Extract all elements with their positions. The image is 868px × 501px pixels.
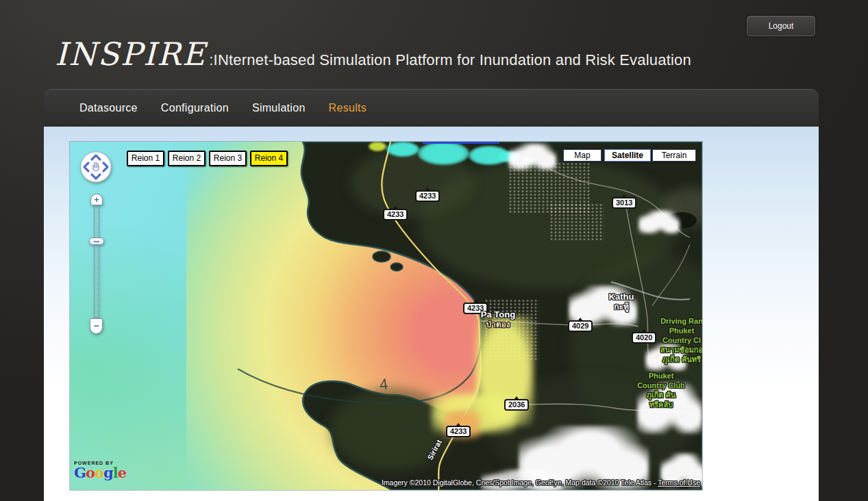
- attribution-text: Imagery ©2010 DigitalGlobe, Cnes/Spot Im…: [382, 478, 658, 487]
- place-label-kathu: Kathu กะทู้: [597, 292, 645, 312]
- google-letter: e: [118, 464, 126, 481]
- google-wordmark: Google: [74, 465, 126, 480]
- zoom-slider-track[interactable]: [94, 205, 99, 318]
- google-letter: l: [113, 464, 118, 481]
- tab-configuration[interactable]: Configuration: [161, 98, 229, 118]
- route-shield: 4233: [446, 426, 471, 437]
- main-nav: Datasource Configuration Simulation Resu…: [44, 89, 819, 127]
- google-letter: o: [86, 464, 95, 481]
- poi-label-phuket-country-club: Phuket Country Club ภูเก็ต คัน ทรีคลับ: [627, 371, 695, 409]
- place-name: Kathu: [597, 292, 645, 302]
- cloud: [508, 143, 556, 170]
- poi-line: ทรีคลับ: [627, 400, 695, 409]
- google-letter: o: [95, 464, 103, 481]
- terms-of-use-link[interactable]: Terms of Use: [658, 478, 700, 487]
- route-shield: 3013: [612, 197, 636, 209]
- poi-line: Phuket: [627, 371, 695, 381]
- zoom-out-button[interactable]: −: [90, 318, 103, 334]
- region-button-4[interactable]: Reion 4: [250, 151, 288, 166]
- google-letter: g: [103, 464, 113, 481]
- tab-datasource[interactable]: Datasource: [79, 98, 138, 118]
- poi-label-driving-range: Driving Ran Phuket Country Cl สนามซ้อมกอ…: [641, 316, 702, 364]
- region-button-2[interactable]: Reion 2: [168, 151, 206, 166]
- contour-depth-label: 4: [379, 375, 389, 394]
- maptype-button-terrain[interactable]: Terrain: [652, 149, 696, 162]
- map-canvas[interactable]: 4233 4233 3013 4233 4029 4020 2036 4233 …: [70, 142, 702, 490]
- route-shield: 2036: [504, 399, 529, 411]
- tab-simulation[interactable]: Simulation: [252, 98, 306, 118]
- map-attribution: Imagery ©2010 DigitalGlobe, Cnes/Spot Im…: [382, 478, 700, 487]
- logout-button[interactable]: Logout: [747, 16, 815, 36]
- google-logo[interactable]: POWERED BY Google: [74, 461, 126, 480]
- pan-control[interactable]: [80, 151, 112, 183]
- google-letter: G: [74, 464, 86, 481]
- region-button-1[interactable]: Reion 1: [127, 151, 164, 166]
- route-shield: 4029: [568, 320, 593, 332]
- place-name-thai: กะทู้: [597, 302, 645, 312]
- inundation-patch: [418, 142, 469, 165]
- tab-results[interactable]: Results: [329, 98, 367, 118]
- settlement-texture: [549, 203, 604, 241]
- poi-line: Driving Ran: [641, 316, 702, 326]
- app-title: INSPIRE :INternet-based Simulation Platf…: [55, 36, 691, 73]
- zoom-slider-handle[interactable]: [89, 237, 104, 245]
- zoom-control: + −: [90, 194, 103, 335]
- place-label-pa-tong: Pa Tong ป่าตอง: [471, 309, 525, 330]
- region-button-3[interactable]: Reion 3: [209, 151, 247, 166]
- poi-line: Country Club: [627, 381, 695, 390]
- cloud: [638, 210, 680, 234]
- maptype-button-map[interactable]: Map: [563, 149, 602, 162]
- route-shield: 4233: [383, 209, 408, 220]
- poi-line: ภูเก็ต คันทรี: [641, 355, 702, 364]
- page: Logout INSPIRE :INternet-based Simulatio…: [0, 0, 868, 501]
- inundation-patch: [369, 142, 386, 151]
- place-name-thai: ป่าตอง: [471, 320, 525, 330]
- route-shield: 4233: [415, 190, 440, 202]
- poi-line: ภูเก็ต คัน: [627, 390, 695, 400]
- content-panel: 4233 4233 3013 4233 4029 4020 2036 4233 …: [44, 127, 819, 501]
- zoom-in-button[interactable]: +: [90, 194, 103, 205]
- maptype-button-satellite[interactable]: Satellite: [604, 149, 651, 162]
- poi-line: สนามซ้อมกอ: [641, 345, 702, 355]
- region-boundary-line: [423, 142, 499, 144]
- place-name: Pa Tong: [471, 309, 525, 320]
- brand-logo: INSPIRE: [55, 36, 206, 73]
- app-subtitle: :INternet-based Simulation Platform for …: [209, 51, 691, 69]
- inundation-patch: [386, 142, 419, 157]
- poi-line: Phuket: [641, 326, 702, 335]
- poi-line: Country Cl: [641, 335, 702, 345]
